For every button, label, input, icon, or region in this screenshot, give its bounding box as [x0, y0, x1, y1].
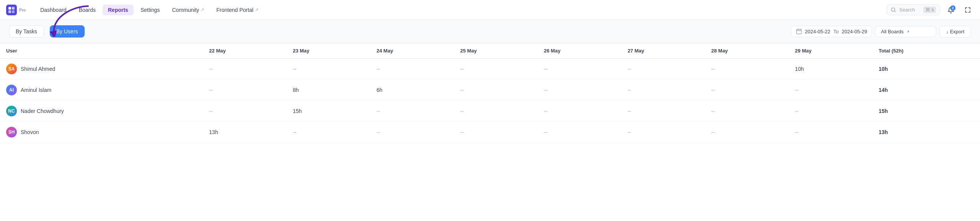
day-cell: -- [287, 59, 371, 80]
total-cell: 15h [872, 101, 980, 122]
avatar: SH [6, 127, 17, 138]
col-22may: 22 May [203, 43, 287, 59]
expand-icon [965, 7, 971, 13]
user-cell: AI Aminul Islam [0, 80, 203, 101]
col-28may: 28 May [705, 43, 789, 59]
external-link-icon: ↗ [255, 7, 258, 12]
day-cell: -- [789, 101, 873, 122]
user-cell: NC Nader Chowdhury [0, 101, 203, 122]
day-cell: -- [621, 80, 705, 101]
pro-badge: Pro [19, 8, 26, 12]
svg-rect-6 [796, 29, 801, 34]
user-name: Shovon [21, 129, 39, 135]
day-cell: -- [287, 122, 371, 143]
notifications-button[interactable]: 2 [945, 4, 957, 16]
report-table-wrap: User 22 May 23 May 24 May 25 May 26 May … [0, 43, 980, 143]
day-cell: -- [621, 122, 705, 143]
boards-dropdown[interactable]: All Boards ▾ [875, 26, 936, 37]
header-row: User 22 May 23 May 24 May 25 May 26 May … [0, 43, 980, 59]
total-cell: 14h [872, 80, 980, 101]
day-cell: -- [371, 101, 454, 122]
day-cell: -- [203, 59, 287, 80]
user-name: Shimul Ahmed [21, 66, 55, 72]
day-cell: -- [203, 80, 287, 101]
day-cell: -- [705, 101, 789, 122]
col-29may: 29 May [789, 43, 873, 59]
day-cell: 15h [287, 101, 371, 122]
report-table: User 22 May 23 May 24 May 25 May 26 May … [0, 43, 980, 143]
day-cell: -- [621, 101, 705, 122]
col-25may: 25 May [454, 43, 538, 59]
day-cell: 8h [287, 80, 371, 101]
col-total: Total (52h) [872, 43, 980, 59]
svg-rect-2 [8, 10, 11, 13]
table-body: SA Shimul Ahmed --------------10h10h AI … [0, 59, 980, 143]
toolbar: By Tasks By Users 2024-05-22 To 2024-05-… [0, 20, 980, 43]
date-range-picker[interactable]: 2024-05-22 To 2024-05-29 [791, 26, 872, 37]
date-separator: To [833, 29, 839, 34]
day-cell: 13h [203, 122, 287, 143]
table-row: SH Shovon 13h--------------13h [0, 122, 980, 143]
search-icon [891, 7, 896, 13]
top-navigation: Pro Dashboard Boards Reports Settings Co… [0, 0, 980, 20]
col-user: User [0, 43, 203, 59]
day-cell: -- [454, 122, 538, 143]
nav-items: Dashboard Boards Reports Settings Commun… [35, 5, 887, 15]
date-from: 2024-05-22 [805, 29, 831, 34]
day-cell: -- [705, 80, 789, 101]
col-24may: 24 May [371, 43, 454, 59]
search-box[interactable]: Search ⌘ k [887, 4, 940, 15]
day-cell: 6h [371, 80, 454, 101]
search-shortcut: ⌘ k [923, 7, 936, 13]
export-button[interactable]: ↓ Export [939, 26, 971, 38]
nav-item-reports[interactable]: Reports [103, 5, 134, 15]
svg-rect-0 [8, 7, 11, 10]
user-name: Aminul Islam [21, 87, 51, 93]
nav-right: Search ⌘ k 2 [887, 4, 974, 16]
notification-badge: 2 [950, 5, 956, 11]
nav-item-frontend-portal[interactable]: Frontend Portal ↗ [211, 5, 264, 15]
day-cell: -- [203, 101, 287, 122]
svg-rect-3 [12, 10, 15, 13]
tab-by-users[interactable]: By Users [50, 25, 85, 38]
avatar: AI [6, 85, 17, 95]
col-26may: 26 May [538, 43, 622, 59]
total-cell: 10h [872, 59, 980, 80]
day-cell: -- [538, 101, 622, 122]
day-cell: -- [538, 122, 622, 143]
day-cell: -- [454, 101, 538, 122]
table-header: User 22 May 23 May 24 May 25 May 26 May … [0, 43, 980, 59]
day-cell: -- [705, 59, 789, 80]
day-cell: -- [621, 59, 705, 80]
table-row: NC Nader Chowdhury --15h------------15h [0, 101, 980, 122]
day-cell: -- [789, 80, 873, 101]
col-23may: 23 May [287, 43, 371, 59]
avatar: NC [6, 106, 17, 116]
day-cell: -- [371, 59, 454, 80]
total-cell: 13h [872, 122, 980, 143]
day-cell: -- [454, 59, 538, 80]
day-cell: -- [454, 80, 538, 101]
user-cell: SA Shimul Ahmed [0, 59, 203, 80]
date-to: 2024-05-29 [842, 29, 867, 34]
nav-item-settings[interactable]: Settings [135, 5, 165, 15]
logo-area[interactable]: Pro [6, 5, 26, 15]
user-cell: SH Shovon [0, 122, 203, 143]
tab-by-tasks[interactable]: By Tasks [9, 25, 44, 38]
logo-icon [6, 5, 17, 15]
nav-item-community[interactable]: Community ↗ [167, 5, 209, 15]
expand-button[interactable] [962, 4, 974, 16]
col-27may: 27 May [621, 43, 705, 59]
day-cell: -- [371, 122, 454, 143]
svg-rect-1 [12, 7, 15, 10]
user-name: Nader Chowdhury [21, 108, 64, 114]
nav-item-boards[interactable]: Boards [74, 5, 101, 15]
arrow-annotation: By Users [50, 25, 85, 38]
nav-item-dashboard[interactable]: Dashboard [35, 5, 72, 15]
day-cell: -- [538, 59, 622, 80]
day-cell: -- [789, 122, 873, 143]
avatar: SA [6, 64, 17, 74]
table-row: AI Aminul Islam --8h6h----------14h [0, 80, 980, 101]
external-link-icon: ↗ [201, 7, 204, 12]
table-row: SA Shimul Ahmed --------------10h10h [0, 59, 980, 80]
